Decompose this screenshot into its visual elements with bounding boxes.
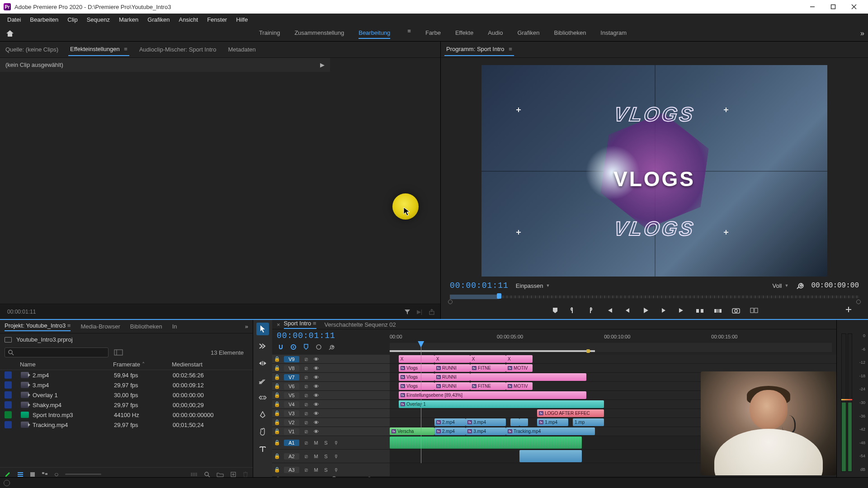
lock-icon[interactable]: 🔒	[272, 419, 282, 425]
go-to-in-button[interactable]	[604, 305, 614, 315]
track-label[interactable]: V4	[284, 401, 299, 408]
comparison-view-button[interactable]	[749, 305, 759, 315]
track-label[interactable]: V6	[284, 383, 299, 389]
voiceover-mic-icon[interactable]: 🎙	[331, 467, 341, 473]
timeline-clip[interactable]: fxFITNE	[470, 382, 506, 390]
menu-bearbeiten[interactable]: Bearbeiten	[25, 15, 63, 24]
timeline-clip[interactable]: 1.mp	[573, 418, 604, 426]
workspace-instagram[interactable]: Instagram	[600, 28, 627, 39]
lock-icon[interactable]: 🔒	[272, 365, 282, 371]
menu-datei[interactable]: Datei	[3, 15, 25, 24]
lock-icon[interactable]: 🔒	[272, 428, 282, 434]
icon-view-icon[interactable]	[30, 472, 35, 477]
timeline-clip[interactable]	[510, 418, 519, 426]
work-area-bar[interactable]	[390, 350, 595, 352]
solo-button[interactable]: S	[321, 467, 331, 473]
timeline-wrench-icon[interactable]	[327, 343, 335, 351]
tab-sequence-nested[interactable]: Verschachtelte Sequenz 02	[325, 321, 396, 328]
track-label[interactable]: V3	[284, 410, 299, 417]
freeform-view-icon[interactable]	[42, 472, 48, 477]
lock-icon[interactable]: 🔒	[272, 410, 282, 416]
toggle-track-output-icon[interactable]: 👁	[311, 429, 321, 434]
timeline-clip[interactable]: fxFITNE	[470, 364, 506, 372]
step-icon[interactable]: ▶|	[417, 309, 422, 315]
track-label[interactable]: V8	[284, 365, 299, 371]
sync-lock-icon[interactable]: ⎚	[301, 420, 311, 425]
pencil-icon[interactable]	[5, 471, 11, 478]
timeline-clip[interactable]: fx3.mp4	[466, 427, 506, 435]
track-label[interactable]: V5	[284, 392, 299, 399]
razor-tool-icon[interactable]	[256, 374, 269, 387]
timeline-clip[interactable]: fxVerscha	[390, 427, 434, 435]
timeline-panel-menu-icon[interactable]: ≡	[313, 320, 316, 327]
workspace-effekte[interactable]: Effekte	[455, 28, 473, 39]
tab-audio-mixer[interactable]: Audioclip-Mischer: Sport Intro	[137, 43, 218, 56]
video-track-header[interactable]: 🔒 V6 ⎚ 👁	[272, 382, 390, 391]
sync-lock-icon[interactable]: ⎚	[301, 393, 311, 398]
button-editor-plus-icon[interactable]	[844, 305, 854, 314]
add-marker-button[interactable]	[550, 305, 560, 315]
program-panel-menu-icon[interactable]: ≡	[507, 46, 512, 52]
video-track-header[interactable]: 🔒 V8 ⎚ 👁	[272, 364, 390, 373]
video-track-header[interactable]: 🔒 V7 ⎚ 👁	[272, 373, 390, 382]
track-label[interactable]: V7	[284, 374, 299, 380]
tab-media-browser[interactable]: Media-Browser	[80, 323, 120, 330]
timeline-clip[interactable]: fxTracking.mp4	[506, 427, 595, 435]
tab-in[interactable]: In	[172, 323, 177, 330]
sync-lock-icon[interactable]: ⎚	[301, 366, 311, 371]
workspace-training[interactable]: Training	[259, 28, 280, 39]
project-item-row[interactable]: Tracking.mp4 29,97 fps 00;01;50;24	[0, 420, 253, 430]
track-label[interactable]: V2	[284, 419, 299, 426]
menu-fenster[interactable]: Fenster	[203, 15, 231, 24]
lock-icon[interactable]: 🔒	[272, 453, 282, 459]
timeline-clip[interactable]: fxMOTIV	[506, 364, 533, 372]
project-item-row[interactable]: 2.mp4 59,94 fps 00:02:56:26	[0, 370, 253, 380]
selection-tool-icon[interactable]	[256, 323, 269, 335]
sync-lock-icon[interactable]: ⎚	[301, 375, 311, 380]
timeline-clip[interactable]: X	[399, 355, 434, 363]
toggle-track-output-icon[interactable]: 👁	[311, 357, 321, 362]
toggle-track-output-icon[interactable]: 👁	[311, 393, 321, 398]
type-tool-icon[interactable]	[256, 443, 269, 455]
extract-button[interactable]	[713, 305, 723, 315]
new-item-icon[interactable]	[230, 471, 236, 478]
menu-hilfe[interactable]: Hilfe	[231, 15, 252, 24]
expand-icon[interactable]: ▶	[320, 61, 325, 68]
sync-lock-icon[interactable]: ⎚	[301, 454, 311, 459]
column-framerate[interactable]: Framerate ˄	[113, 361, 172, 368]
workspace-menu-icon[interactable]: ≡	[407, 28, 411, 39]
filter-icon[interactable]	[404, 309, 410, 315]
track-select-tool-icon[interactable]	[256, 340, 269, 352]
sync-lock-icon[interactable]: ⎚	[301, 429, 311, 434]
project-panel-menu-icon[interactable]: ≡	[67, 322, 71, 329]
quality-dropdown[interactable]: Voll▼	[772, 282, 788, 289]
lock-icon[interactable]: 🔒	[272, 383, 282, 389]
hand-tool-icon[interactable]	[256, 426, 269, 438]
solo-button[interactable]: S	[321, 440, 331, 446]
thumbnail-toggle-icon[interactable]	[114, 349, 123, 356]
timeline-clip[interactable]: fxVlogs	[399, 382, 434, 390]
toggle-track-output-icon[interactable]: 👁	[311, 375, 321, 380]
program-timecode-current[interactable]: 00:00:01:11	[450, 281, 509, 290]
export-icon[interactable]	[429, 309, 435, 315]
menu-ansicht[interactable]: Ansicht	[174, 15, 203, 24]
workspace-zusammenstellung[interactable]: Zusammenstellung	[294, 28, 344, 39]
timeline-timecode[interactable]: 00:00:01:11	[272, 329, 390, 342]
timeline-clip[interactable]: fxOverlay 1	[399, 400, 604, 408]
slip-tool-icon[interactable]	[256, 391, 269, 404]
menu-grafiken[interactable]: Grafiken	[143, 15, 174, 24]
lock-icon[interactable]: 🔒	[272, 356, 282, 362]
work-area-end-handle[interactable]	[586, 349, 590, 353]
timeline-clip[interactable]: fxRUNNI	[434, 364, 470, 372]
find-icon[interactable]	[204, 471, 210, 478]
mute-button[interactable]: M	[311, 440, 321, 446]
timeline-clip[interactable]	[519, 450, 582, 462]
trash-icon[interactable]	[243, 471, 248, 478]
menu-clip[interactable]: Clip	[63, 15, 82, 24]
column-mediastart[interactable]: Medienstart	[172, 361, 248, 368]
ripple-edit-tool-icon[interactable]	[256, 357, 269, 370]
timeline-clip[interactable]	[470, 373, 586, 381]
tab-sequence-sport-intro[interactable]: Sport Intro ≡	[284, 320, 316, 329]
sync-lock-icon[interactable]: ⎚	[301, 357, 311, 362]
workspace-farbe[interactable]: Farbe	[425, 28, 441, 39]
